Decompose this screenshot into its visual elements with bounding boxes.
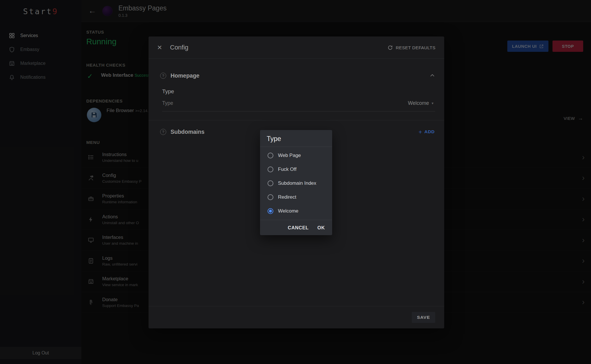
- type-options: Web Page Fuck Off Subdomain Index Redire…: [260, 147, 332, 218]
- radio-icon: [268, 167, 273, 172]
- type-dialog-title: Type: [260, 130, 332, 147]
- radio-icon: [268, 153, 273, 158]
- screen: Start9 Services Embassy Marketplace Noti…: [0, 0, 591, 364]
- type-option-label: Subdomain Index: [278, 180, 316, 186]
- type-option-row[interactable]: Subdomain Index: [260, 176, 332, 190]
- type-dialog: Type Web Page Fuck Off Subdomain Index R…: [260, 130, 332, 235]
- type-dialog-buttons: CANCEL OK: [260, 220, 332, 235]
- type-option-row[interactable]: Fuck Off: [260, 162, 332, 176]
- type-option-label: Web Page: [278, 153, 301, 158]
- cancel-button[interactable]: CANCEL: [288, 225, 309, 231]
- type-option-row[interactable]: Welcome: [260, 204, 332, 218]
- type-option-row[interactable]: Web Page: [260, 149, 332, 162]
- radio-icon: [268, 194, 273, 200]
- type-option-label: Fuck Off: [278, 167, 297, 172]
- type-option-label: Welcome: [278, 208, 299, 214]
- radio-icon: [268, 180, 273, 186]
- ok-button[interactable]: OK: [317, 225, 325, 231]
- radio-icon: [268, 208, 273, 214]
- type-option-row[interactable]: Redirect: [260, 190, 332, 204]
- type-option-label: Redirect: [278, 194, 296, 200]
